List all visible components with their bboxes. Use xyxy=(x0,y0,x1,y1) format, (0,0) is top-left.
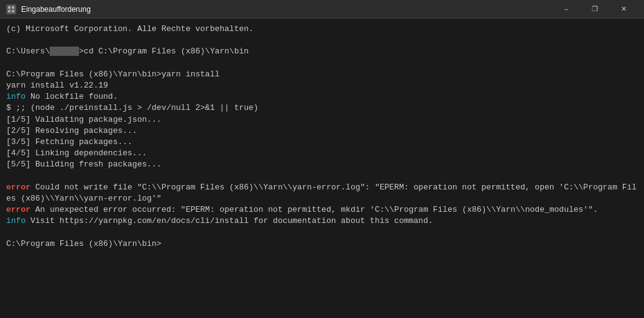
svg-rect-1 xyxy=(12,6,14,9)
window-controls: − ❐ ✕ xyxy=(552,0,638,19)
line-step3: [3/5] Fetching packages... xyxy=(6,137,638,148)
line-error2: error An unexpected error occurred: "EPE… xyxy=(6,204,638,216)
window-icon xyxy=(6,4,16,14)
window-title: Eingabeaufforderung xyxy=(21,5,552,14)
close-button[interactable]: ✕ xyxy=(609,0,638,19)
terminal-window: Eingabeaufforderung − ❐ ✕ (c) Microsoft … xyxy=(0,0,644,318)
line-step1: [1/5] Validating package.json... xyxy=(6,114,638,125)
svg-rect-3 xyxy=(12,10,14,12)
line-preinstall: $ ;; (node ./preinstall.js > /dev/null 2… xyxy=(6,102,638,114)
restore-button[interactable]: ❐ xyxy=(581,0,609,19)
line-yarn-cmd: C:\Program Files (x86)\Yarn\bin>yarn ins… xyxy=(6,69,638,80)
line-step5: [5/5] Building fresh packages... xyxy=(6,159,638,170)
line-blank3 xyxy=(6,170,638,181)
line-step4: [4/5] Linking dependencies... xyxy=(6,148,638,159)
line-yarn-version: yarn install v1.22.19 xyxy=(6,80,638,91)
terminal-body[interactable]: (c) Microsoft Corporation. Alle Rechte v… xyxy=(0,19,644,318)
line-copyright: (c) Microsoft Corporation. Alle Rechte v… xyxy=(6,24,638,35)
line-step2: [2/5] Resolving packages... xyxy=(6,125,638,137)
svg-rect-0 xyxy=(8,6,11,9)
line-blank4 xyxy=(6,227,638,238)
line-blank2 xyxy=(6,58,638,69)
svg-rect-2 xyxy=(8,10,11,12)
minimize-button[interactable]: − xyxy=(552,0,581,19)
title-bar: Eingabeaufforderung − ❐ ✕ xyxy=(0,0,644,19)
line-prompt-final: C:\Program Files (x86)\Yarn\bin> xyxy=(6,238,638,250)
line-info-visit: info Visit https://yarnpkg.com/en/docs/c… xyxy=(6,216,638,227)
line-info-lockfile: info No lockfile found. xyxy=(6,91,638,102)
line-cd-cmd: C:\Users\ >cd C:\Program Files (x86)\Yar… xyxy=(6,46,638,57)
line-blank1 xyxy=(6,35,638,46)
line-error1: error Could not write file "C:\\Program … xyxy=(6,182,638,204)
